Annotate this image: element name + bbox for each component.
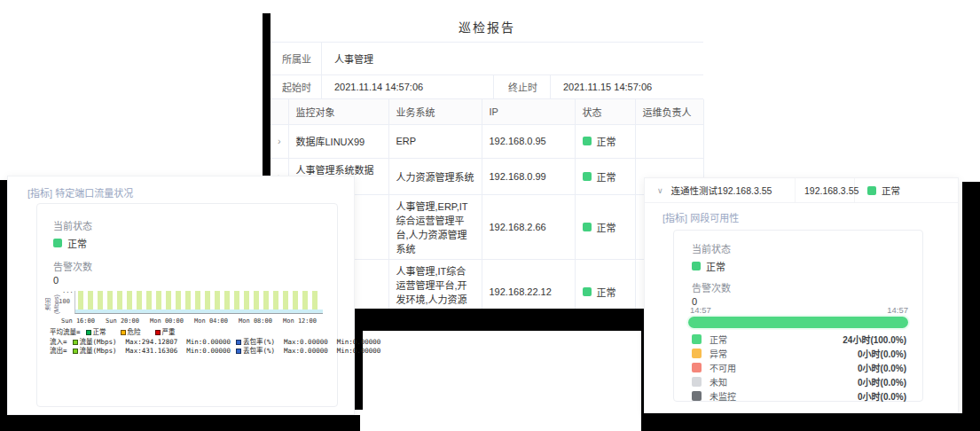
status-green-icon — [583, 172, 592, 181]
mrtg-legend-status-line: 平均流量=正常危险严重 — [50, 328, 380, 338]
traffic-bar — [98, 291, 103, 310]
screenshot-cut-edge — [0, 180, 7, 431]
start-time-label: 起始时 — [270, 75, 322, 98]
chevron-down-icon[interactable]: ∨ — [657, 186, 663, 195]
legend-row-normal: 正常 24小时(100.0%) — [692, 333, 906, 345]
legend-danger-icon — [121, 330, 126, 335]
current-status-label: 当前状态 — [53, 218, 92, 232]
business-value: 人事管理 — [322, 43, 703, 74]
alarm-count-label: 告警次数 — [53, 259, 92, 273]
traffic-bar — [156, 291, 161, 310]
availability-panel: ∨ 连通性测试192.168.3.55 192.168.3.55 正常 [指标]… — [644, 177, 959, 413]
chart-x-tick: Sun 16:00 — [57, 317, 99, 325]
traffic-bar — [283, 291, 288, 310]
cell-business-system: ERP — [388, 124, 482, 158]
form-row-business: 所属业 人事管理 — [270, 43, 703, 75]
traffic-bar — [166, 291, 171, 310]
traffic-bar — [205, 291, 210, 310]
cell-ip: 192.168.0.99 — [482, 158, 575, 194]
header-status: 状态 — [575, 99, 635, 124]
current-status-label: 当前状态 — [692, 241, 731, 255]
traffic-bar — [273, 291, 278, 310]
connectivity-test-status: 正常 — [855, 178, 958, 202]
chevron-right-icon[interactable]: › — [278, 136, 281, 146]
traffic-bar — [234, 291, 239, 310]
traffic-bar — [302, 291, 308, 310]
mrtg-legend-out-line: 流出=流量(Mbps)Max:431.16306Min:0.00000丢包率(%… — [50, 347, 380, 357]
traffic-chart: 流出(Mbps) ... -100 Sun 16:00 Sun 20:00 Mo… — [43, 289, 332, 326]
traffic-bar — [78, 291, 83, 310]
traffic-bar — [117, 291, 122, 310]
page-title: 巡检报告 — [270, 12, 703, 43]
status-green-icon — [692, 262, 701, 270]
status-green-icon — [867, 186, 876, 195]
cell-owner — [635, 124, 703, 158]
screenshot-cut-edge — [962, 182, 980, 431]
timeline-end-label: 14:57 — [887, 305, 908, 315]
traffic-bar — [293, 291, 298, 310]
legend-normal-icon — [692, 334, 702, 344]
traffic-bar — [263, 291, 269, 310]
screenshot-stage: 巡检报告 所属业 人事管理 起始时 2021.11.14 14:57:06 终止… — [0, 0, 980, 431]
chart-plot-area — [74, 291, 323, 314]
header-ip: IP — [482, 99, 575, 124]
traffic-bar — [195, 291, 200, 310]
status-green-icon — [583, 223, 592, 231]
header-monitor-object: 监控对象 — [288, 99, 388, 124]
traffic-bar — [146, 291, 152, 310]
cell-business-system: 人事管理,ERP,IT综合运营管理平台,人力资源管理系统 — [388, 194, 482, 259]
status-badge: 正常 — [583, 134, 628, 148]
status-badge: 正常 — [583, 285, 628, 299]
traffic-indicator-panel: [指标] 特定端口流量状况 当前状态 正常 告警次数 0 流出(Mbps) ..… — [7, 176, 355, 415]
connectivity-test-row[interactable]: ∨ 连通性测试192.168.3.55 192.168.3.55 正常 — [645, 178, 958, 203]
current-status-value: 正常 — [692, 259, 725, 273]
screenshot-cut-edge — [653, 413, 980, 431]
traffic-bar — [176, 291, 181, 310]
legend-abnormal-icon — [692, 349, 702, 358]
status-green-icon — [53, 239, 62, 247]
legend-row-unknown: 未知 0小时(0.0%) — [692, 375, 906, 388]
screenshot-cut-edge — [0, 415, 360, 431]
legend-loss-icon — [236, 349, 241, 354]
connectivity-test-ip: 192.168.3.55 — [796, 178, 855, 202]
legend-normal-icon — [86, 330, 91, 335]
header-owner: 运维负责人 — [635, 99, 703, 124]
traffic-bar — [215, 291, 220, 310]
chart-baseline-strip — [75, 310, 323, 313]
legend-loss-icon — [236, 340, 241, 345]
header-business-system: 业务系统 — [388, 99, 482, 124]
legend-row-abnormal: 异常 0小时(0.0%) — [692, 347, 906, 359]
table-header-row: 监控对象 业务系统 IP 状态 运维负责人 — [270, 99, 703, 124]
legend-row-unmonitored: 未监控 0小时(0.0%) — [692, 389, 906, 402]
traffic-bar — [312, 291, 318, 310]
business-label: 所属业 — [270, 43, 322, 74]
traffic-panel-title[interactable]: [指标] 特定端口流量状况 — [27, 185, 133, 200]
traffic-bar — [107, 291, 113, 310]
traffic-bar — [244, 291, 249, 310]
legend-unknown-icon — [692, 377, 702, 387]
legend-row-unavailable: 不可用 0小时(0.0%) — [692, 361, 906, 373]
current-status-value: 正常 — [53, 236, 87, 250]
chart-x-tick: Sun 20:00 — [101, 317, 144, 325]
traffic-bar — [137, 291, 142, 310]
legend-severe-icon — [155, 330, 161, 335]
cell-monitor-object: 数据库LINUX99 — [288, 124, 388, 158]
legend-unmonitored-icon — [692, 391, 702, 401]
traffic-bar — [185, 291, 191, 310]
start-time-value: 2021.11.14 14:57:06 — [322, 75, 494, 98]
status-badge: 正常 — [583, 220, 628, 234]
legend-unavailable-icon — [692, 363, 702, 372]
availability-card: 当前状态 正常 告警次数 0 14:57 14:57 正常 24小时(100.0… — [673, 230, 923, 402]
end-time-value: 2021.11.15 14:57:06 — [551, 75, 703, 98]
chart-x-tick: Mon 12:00 — [278, 317, 321, 325]
availability-panel-title[interactable]: [指标] 网段可用性 — [662, 210, 739, 224]
cell-ip: 192.168.2.66 — [482, 194, 575, 259]
table-row[interactable]: › 数据库LINUX99 ERP 192.168.0.95 正常 — [270, 124, 703, 158]
traffic-card: 当前状态 正常 告警次数 0 流出(Mbps) ... -100 Sun 16:… — [36, 203, 338, 407]
chart-y-axis-ellipsis: ... — [62, 287, 74, 294]
alarm-count-label: 告警次数 — [692, 280, 731, 294]
alarm-count-value: 0 — [53, 275, 59, 286]
chart-y-tick: -100 — [55, 298, 70, 305]
cell-ip: 192.168.0.95 — [482, 124, 575, 158]
status-green-icon — [583, 137, 592, 145]
